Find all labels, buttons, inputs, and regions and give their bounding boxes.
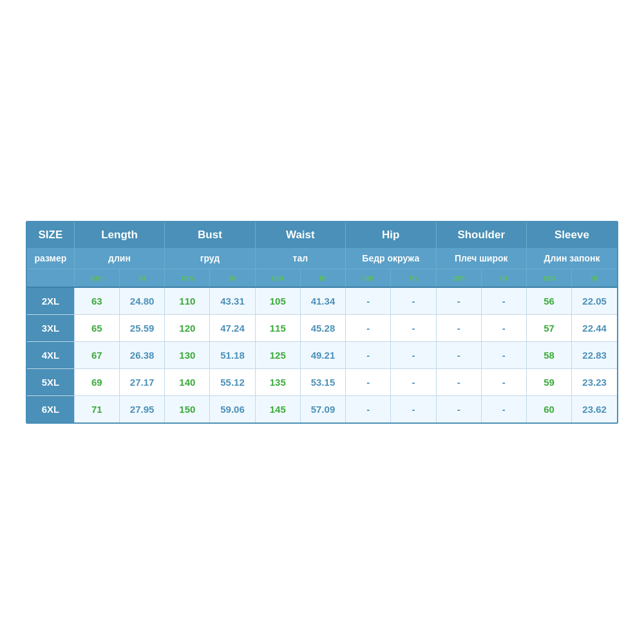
shoulder-cm: - <box>436 368 481 395</box>
waist-cm: 105 <box>255 287 300 315</box>
shoulder-in: - <box>481 395 526 422</box>
sleeve-header: Sleeve <box>526 222 617 248</box>
header-row-1: SIZE Length Bust Waist Hip Shoulder Slee… <box>27 222 617 248</box>
hip-in: - <box>391 368 436 395</box>
sleeve-cm: 60 <box>526 395 571 422</box>
length-cm: 71 <box>74 395 119 422</box>
shoulder-cm: - <box>436 395 481 422</box>
hip-cm: - <box>346 368 391 395</box>
bust-in: 51.18 <box>210 341 255 368</box>
waist-cm: 125 <box>255 341 300 368</box>
bust-cm: 150 <box>165 395 210 422</box>
shoulder-cm: - <box>436 341 481 368</box>
shoulder-in: - <box>481 314 526 341</box>
bust-cm: 130 <box>165 341 210 368</box>
bust-header: Bust <box>165 222 255 248</box>
shoulder-cm: - <box>436 314 481 341</box>
table-row: 3XL 65 25.59 120 47.24 115 45.28 - - - -… <box>27 314 617 341</box>
hip-cm: - <box>346 341 391 368</box>
length-cm: 69 <box>74 368 119 395</box>
sleeve-cm: 56 <box>526 287 571 315</box>
shoulder-cm: - <box>436 287 481 315</box>
length-header: Length <box>74 222 164 248</box>
waist-in: 45.28 <box>300 314 345 341</box>
bust-in: 59.06 <box>210 395 255 422</box>
sleeve-cm: 58 <box>526 341 571 368</box>
sleeve-in: 22.05 <box>572 287 617 315</box>
bust-cm: 140 <box>165 368 210 395</box>
header-row-2: размер длин груд тал Бедр окружа Плеч ши… <box>27 248 617 269</box>
waist-header: Waist <box>255 222 345 248</box>
bust-in: 43.31 <box>210 287 255 315</box>
table-row: 4XL 67 26.38 130 51.18 125 49.21 - - - -… <box>27 341 617 368</box>
waist-cm: 115 <box>255 314 300 341</box>
waist-cm: 135 <box>255 368 300 395</box>
length-in-unit: in <box>119 269 164 287</box>
sleeve-in: 23.62 <box>572 395 617 422</box>
length-cm: 63 <box>74 287 119 315</box>
hip-cm-unit: cm <box>346 269 391 287</box>
bust-cm: 120 <box>165 314 210 341</box>
units-row: cm in cm in cm in cm in cm in cm in <box>27 269 617 287</box>
length-label-ru: длин <box>74 248 164 269</box>
size-value: 5XL <box>27 368 74 395</box>
shoulder-header: Shoulder <box>436 222 526 248</box>
waist-cm: 145 <box>255 395 300 422</box>
size-value: 2XL <box>27 287 74 315</box>
sleeve-cm: 59 <box>526 368 571 395</box>
bust-label-ru: груд <box>165 248 255 269</box>
sleeve-cm: 57 <box>526 314 571 341</box>
shoulder-in: - <box>481 341 526 368</box>
bust-in: 47.24 <box>210 314 255 341</box>
table-row: 6XL 71 27.95 150 59.06 145 57.09 - - - -… <box>27 395 617 422</box>
shoulder-in: - <box>481 368 526 395</box>
size-value: 4XL <box>27 341 74 368</box>
size-value: 6XL <box>27 395 74 422</box>
hip-in-unit: in <box>391 269 436 287</box>
length-cm-unit: cm <box>74 269 119 287</box>
hip-cm: - <box>346 395 391 422</box>
length-in: 27.95 <box>119 395 164 422</box>
sleeve-in: 22.83 <box>572 341 617 368</box>
bust-in-unit: in <box>210 269 255 287</box>
size-header: SIZE <box>27 222 74 248</box>
table-row: 2XL 63 24.80 110 43.31 105 41.34 - - - -… <box>27 287 617 315</box>
sleeve-in-unit: in <box>572 269 617 287</box>
length-in: 26.38 <box>119 341 164 368</box>
shoulder-in-unit: in <box>481 269 526 287</box>
size-chart-wrapper: SIZE Length Bust Waist Hip Shoulder Slee… <box>26 221 618 424</box>
size-value: 3XL <box>27 314 74 341</box>
hip-in: - <box>391 287 436 315</box>
sleeve-in: 22.44 <box>572 314 617 341</box>
hip-cm: - <box>346 287 391 315</box>
waist-cm-unit: cm <box>255 269 300 287</box>
length-in: 24.80 <box>119 287 164 315</box>
waist-label-ru: тал <box>255 248 345 269</box>
hip-in: - <box>391 341 436 368</box>
shoulder-cm-unit: cm <box>436 269 481 287</box>
hip-label-ru: Бедр окружа <box>346 248 436 269</box>
length-cm: 65 <box>74 314 119 341</box>
waist-in: 53.15 <box>300 368 345 395</box>
bust-cm: 110 <box>165 287 210 315</box>
waist-in: 49.21 <box>300 341 345 368</box>
length-in: 25.59 <box>119 314 164 341</box>
shoulder-label-ru: Плеч широк <box>436 248 526 269</box>
size-chart-table: SIZE Length Bust Waist Hip Shoulder Slee… <box>27 222 617 422</box>
hip-in: - <box>391 395 436 422</box>
waist-in: 57.09 <box>300 395 345 422</box>
shoulder-in: - <box>481 287 526 315</box>
sleeve-cm-unit: cm <box>526 269 571 287</box>
waist-in: 41.34 <box>300 287 345 315</box>
bust-cm-unit: cm <box>165 269 210 287</box>
waist-in-unit: in <box>300 269 345 287</box>
length-cm: 67 <box>74 341 119 368</box>
hip-in: - <box>391 314 436 341</box>
sleeve-in: 23.23 <box>572 368 617 395</box>
length-in: 27.17 <box>119 368 164 395</box>
size-label-ru: размер <box>27 248 74 269</box>
table-row: 5XL 69 27.17 140 55.12 135 53.15 - - - -… <box>27 368 617 395</box>
bust-in: 55.12 <box>210 368 255 395</box>
sleeve-label-ru: Длин запонк <box>526 248 617 269</box>
hip-cm: - <box>346 314 391 341</box>
